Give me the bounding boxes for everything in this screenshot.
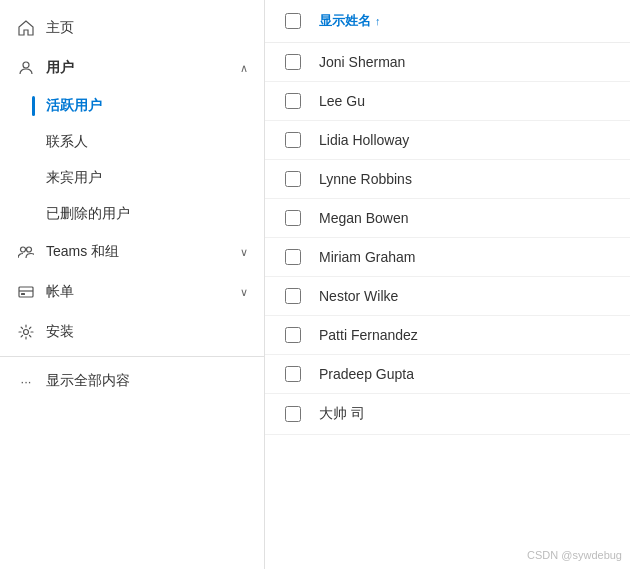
sidebar-divider [0, 356, 264, 357]
user-row: Miriam Graham [265, 238, 630, 277]
user-row: Patti Fernandez [265, 316, 630, 355]
col-header-name-label: 显示姓名 [319, 12, 371, 30]
sidebar-sub-active-users-label: 活跃用户 [46, 97, 102, 115]
main-content: 显示姓名 ↑ Joni Sherman Lee Gu Lidia Hollowa… [265, 0, 630, 569]
setup-icon [16, 322, 36, 342]
user-checkbox-3[interactable] [285, 171, 301, 187]
chevron-up-icon: ∧ [240, 62, 248, 75]
user-row: Lynne Robbins [265, 160, 630, 199]
user-row: Joni Sherman [265, 43, 630, 82]
sidebar-item-users[interactable]: 用户 ∧ [0, 48, 264, 88]
sidebar-sub-deleted-users[interactable]: 已删除的用户 [0, 196, 264, 232]
home-icon [16, 18, 36, 38]
svg-point-0 [23, 62, 29, 68]
chevron-down-billing-icon: ∨ [240, 286, 248, 299]
user-name-9: 大帅 司 [319, 405, 365, 423]
sidebar-show-all-label: 显示全部内容 [46, 372, 130, 390]
sidebar-item-users-label: 用户 [46, 59, 240, 77]
user-checkbox-2[interactable] [285, 132, 301, 148]
user-checkbox-5[interactable] [285, 249, 301, 265]
user-row: Lidia Holloway [265, 121, 630, 160]
sidebar-sub-active-users[interactable]: 活跃用户 [0, 88, 264, 124]
user-name-6: Nestor Wilke [319, 288, 398, 304]
user-name-1: Lee Gu [319, 93, 365, 109]
svg-point-1 [21, 247, 26, 252]
chevron-down-icon: ∨ [240, 246, 248, 259]
user-checkbox-1[interactable] [285, 93, 301, 109]
teams-icon [16, 242, 36, 262]
sidebar-sub-contacts-label: 联系人 [46, 133, 88, 151]
sidebar-item-home[interactable]: 主页 [0, 8, 264, 48]
sidebar: 主页 用户 ∧ 活跃用户 联系人 来宾用户 已删除的用户 [0, 0, 265, 569]
user-checkbox-7[interactable] [285, 327, 301, 343]
sidebar-show-all[interactable]: ··· 显示全部内容 [0, 361, 264, 401]
svg-point-6 [24, 330, 29, 335]
user-name-3: Lynne Robbins [319, 171, 412, 187]
user-row: Nestor Wilke [265, 277, 630, 316]
user-name-5: Miriam Graham [319, 249, 415, 265]
user-name-4: Megan Bowen [319, 210, 409, 226]
user-checkbox-0[interactable] [285, 54, 301, 70]
sidebar-item-teams-label: Teams 和组 [46, 243, 240, 261]
user-list-header: 显示姓名 ↑ [265, 0, 630, 43]
sidebar-item-setup[interactable]: 安装 [0, 312, 264, 352]
user-name-8: Pradeep Gupta [319, 366, 414, 382]
sidebar-sub-guest-users-label: 来宾用户 [46, 169, 102, 187]
col-header-name[interactable]: 显示姓名 ↑ [319, 12, 381, 30]
user-checkbox-9[interactable] [285, 406, 301, 422]
watermark: CSDN @sywdebug [527, 549, 622, 561]
user-row: Pradeep Gupta [265, 355, 630, 394]
user-row: 大帅 司 [265, 394, 630, 435]
sidebar-item-home-label: 主页 [46, 19, 248, 37]
sidebar-item-billing-label: 帐单 [46, 283, 240, 301]
sidebar-item-setup-label: 安装 [46, 323, 248, 341]
sidebar-item-teams[interactable]: Teams 和组 ∨ [0, 232, 264, 272]
user-list: 显示姓名 ↑ Joni Sherman Lee Gu Lidia Hollowa… [265, 0, 630, 435]
user-checkbox-6[interactable] [285, 288, 301, 304]
sidebar-sub-contacts[interactable]: 联系人 [0, 124, 264, 160]
user-row: Lee Gu [265, 82, 630, 121]
sidebar-item-billing[interactable]: 帐单 ∨ [0, 272, 264, 312]
user-name-2: Lidia Holloway [319, 132, 409, 148]
sort-arrow-icon: ↑ [375, 15, 381, 27]
svg-rect-3 [19, 287, 33, 297]
billing-icon [16, 282, 36, 302]
more-icon: ··· [16, 371, 36, 391]
svg-rect-5 [21, 293, 25, 295]
user-row: Megan Bowen [265, 199, 630, 238]
user-icon [16, 58, 36, 78]
svg-point-2 [27, 247, 32, 252]
sidebar-sub-deleted-users-label: 已删除的用户 [46, 205, 130, 223]
user-checkbox-4[interactable] [285, 210, 301, 226]
user-name-7: Patti Fernandez [319, 327, 418, 343]
user-name-0: Joni Sherman [319, 54, 405, 70]
select-all-checkbox[interactable] [285, 13, 301, 29]
user-checkbox-8[interactable] [285, 366, 301, 382]
sidebar-sub-guest-users[interactable]: 来宾用户 [0, 160, 264, 196]
